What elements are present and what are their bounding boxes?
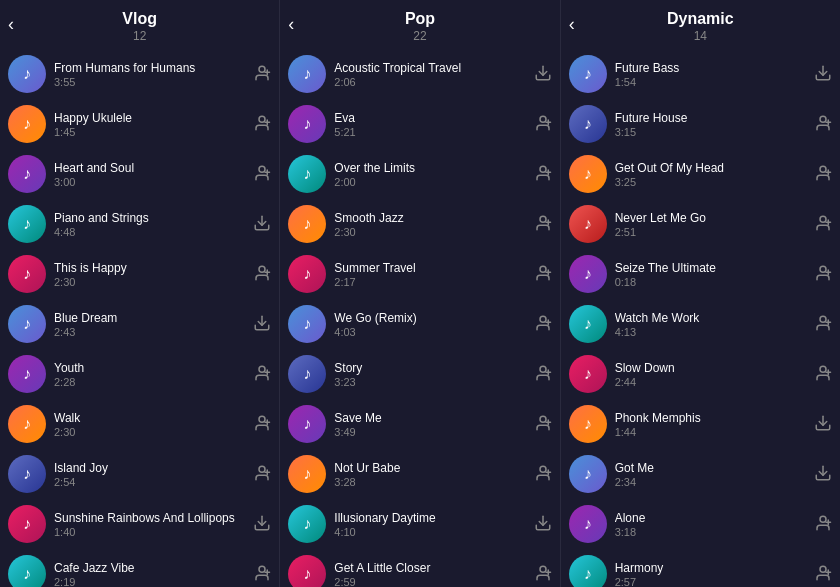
add-user-icon[interactable] xyxy=(814,364,832,385)
track-item[interactable]: ♪Harmony2:57 xyxy=(561,549,840,587)
add-user-icon[interactable] xyxy=(534,164,552,185)
track-item[interactable]: ♪Illusionary Daytime4:10 xyxy=(280,499,559,549)
track-avatar: ♪ xyxy=(569,455,607,493)
back-button[interactable]: ‹ xyxy=(8,14,14,35)
track-name: Youth xyxy=(54,361,245,375)
track-list: ♪From Humans for Humans3:55♪Happy Ukulel… xyxy=(0,49,279,587)
track-info: We Go (Remix)4:03 xyxy=(334,311,525,338)
track-item[interactable]: ♪Acoustic Tropical Travel2:06 xyxy=(280,49,559,99)
track-item[interactable]: ♪Watch Me Work4:13 xyxy=(561,299,840,349)
track-duration: 2:30 xyxy=(54,276,245,288)
track-avatar: ♪ xyxy=(288,455,326,493)
add-user-icon[interactable] xyxy=(534,214,552,235)
add-user-icon[interactable] xyxy=(253,114,271,135)
track-item[interactable]: ♪Piano and Strings4:48 xyxy=(0,199,279,249)
track-item[interactable]: ♪Get A Little Closer2:59 xyxy=(280,549,559,587)
track-info: Over the Limits2:00 xyxy=(334,161,525,188)
track-duration: 3:23 xyxy=(334,376,525,388)
track-item[interactable]: ♪Walk2:30 xyxy=(0,399,279,449)
download-icon[interactable] xyxy=(534,64,552,85)
download-icon[interactable] xyxy=(534,514,552,535)
add-user-icon[interactable] xyxy=(253,164,271,185)
track-item[interactable]: ♪Get Out Of My Head3:25 xyxy=(561,149,840,199)
add-user-icon[interactable] xyxy=(253,564,271,585)
add-user-icon[interactable] xyxy=(814,264,832,285)
track-duration: 1:40 xyxy=(54,526,245,538)
track-avatar: ♪ xyxy=(288,405,326,443)
add-user-icon[interactable] xyxy=(814,314,832,335)
track-item[interactable]: ♪Alone3:18 xyxy=(561,499,840,549)
add-user-icon[interactable] xyxy=(534,114,552,135)
add-user-icon[interactable] xyxy=(814,114,832,135)
track-avatar: ♪ xyxy=(8,105,46,143)
track-info: Heart and Soul3:00 xyxy=(54,161,245,188)
add-user-icon[interactable] xyxy=(814,164,832,185)
add-user-icon[interactable] xyxy=(534,364,552,385)
download-icon[interactable] xyxy=(814,64,832,85)
add-user-icon[interactable] xyxy=(534,464,552,485)
download-icon[interactable] xyxy=(253,514,271,535)
track-name: Slow Down xyxy=(615,361,806,375)
track-duration: 2:00 xyxy=(334,176,525,188)
track-item[interactable]: ♪Over the Limits2:00 xyxy=(280,149,559,199)
track-item[interactable]: ♪Blue Dream2:43 xyxy=(0,299,279,349)
track-item[interactable]: ♪Happy Ukulele1:45 xyxy=(0,99,279,149)
add-user-icon[interactable] xyxy=(253,264,271,285)
track-info: Piano and Strings4:48 xyxy=(54,211,245,238)
track-name: Watch Me Work xyxy=(615,311,806,325)
svg-point-24 xyxy=(259,566,265,572)
column-title: Dynamic xyxy=(569,10,832,28)
add-user-icon[interactable] xyxy=(814,564,832,585)
add-user-icon[interactable] xyxy=(814,214,832,235)
track-item[interactable]: ♪Cafe Jazz Vibe2:19 xyxy=(0,549,279,587)
track-duration: 2:57 xyxy=(615,576,806,588)
track-item[interactable]: ♪Summer Travel2:17 xyxy=(280,249,559,299)
add-user-icon[interactable] xyxy=(534,564,552,585)
track-duration: 2:59 xyxy=(334,576,525,588)
track-item[interactable]: ♪Future Bass1:54 xyxy=(561,49,840,99)
track-info: Get Out Of My Head3:25 xyxy=(615,161,806,188)
track-item[interactable]: ♪Save Me3:49 xyxy=(280,399,559,449)
track-avatar: ♪ xyxy=(8,305,46,343)
track-item[interactable]: ♪This is Happy2:30 xyxy=(0,249,279,299)
track-item[interactable]: ♪We Go (Remix)4:03 xyxy=(280,299,559,349)
add-user-icon[interactable] xyxy=(534,314,552,335)
track-item[interactable]: ♪Never Let Me Go2:51 xyxy=(561,199,840,249)
music-note-icon: ♪ xyxy=(303,315,311,333)
track-item[interactable]: ♪Youth2:28 xyxy=(0,349,279,399)
add-user-icon[interactable] xyxy=(253,64,271,85)
back-button[interactable]: ‹ xyxy=(569,14,575,35)
download-icon[interactable] xyxy=(253,214,271,235)
track-name: Harmony xyxy=(615,561,806,575)
music-note-icon: ♪ xyxy=(584,265,592,283)
track-item[interactable]: ♪Slow Down2:44 xyxy=(561,349,840,399)
track-item[interactable]: ♪Seize The Ultimate0:18 xyxy=(561,249,840,299)
add-user-icon[interactable] xyxy=(253,464,271,485)
track-item[interactable]: ♪Smooth Jazz2:30 xyxy=(280,199,559,249)
add-user-icon[interactable] xyxy=(534,264,552,285)
download-icon[interactable] xyxy=(814,414,832,435)
add-user-icon[interactable] xyxy=(534,414,552,435)
track-item[interactable]: ♪Not Ur Babe3:28 xyxy=(280,449,559,499)
back-button[interactable]: ‹ xyxy=(288,14,294,35)
track-item[interactable]: ♪Sunshine Rainbows And Lollipops1:40 xyxy=(0,499,279,549)
add-user-icon[interactable] xyxy=(253,414,271,435)
track-item[interactable]: ♪Eva5:21 xyxy=(280,99,559,149)
track-item[interactable]: ♪Future House3:15 xyxy=(561,99,840,149)
download-icon[interactable] xyxy=(814,464,832,485)
track-item[interactable]: ♪Heart and Soul3:00 xyxy=(0,149,279,199)
add-user-icon[interactable] xyxy=(814,514,832,535)
track-info: Summer Travel2:17 xyxy=(334,261,525,288)
track-item[interactable]: ♪Island Joy2:54 xyxy=(0,449,279,499)
track-item[interactable]: ♪Story3:23 xyxy=(280,349,559,399)
svg-point-49 xyxy=(540,416,546,422)
track-avatar: ♪ xyxy=(569,555,607,587)
track-avatar: ♪ xyxy=(8,405,46,443)
add-user-icon[interactable] xyxy=(253,364,271,385)
music-note-icon: ♪ xyxy=(303,215,311,233)
track-item[interactable]: ♪Phonk Memphis1:44 xyxy=(561,399,840,449)
track-item[interactable]: ♪Got Me2:34 xyxy=(561,449,840,499)
download-icon[interactable] xyxy=(253,314,271,335)
track-item[interactable]: ♪From Humans for Humans3:55 xyxy=(0,49,279,99)
track-info: Got Me2:34 xyxy=(615,461,806,488)
